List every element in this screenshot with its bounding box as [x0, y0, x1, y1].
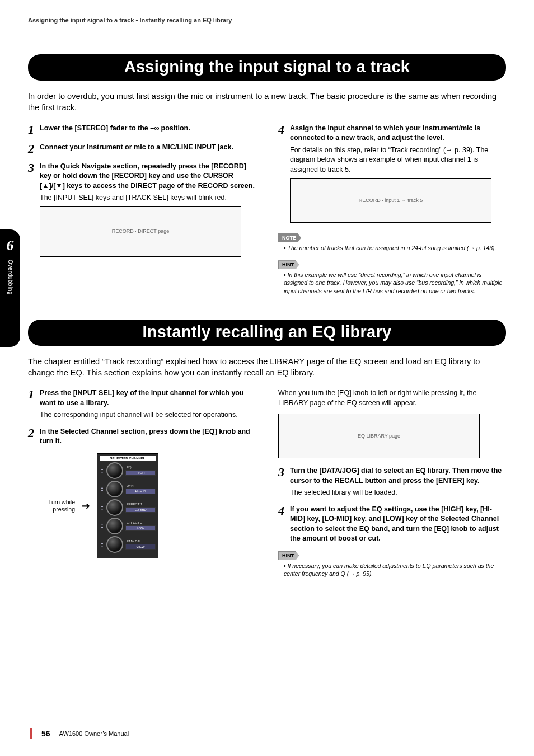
page-footer: 56 AW1600 Owner’s Manual — [30, 728, 129, 739]
step-number: 1 — [28, 124, 34, 136]
selected-channel-row: ▴▾DYNHI-MID — [100, 481, 156, 497]
record-screen-direct-page: RECORD · DIRECT page — [40, 206, 241, 257]
section2-step4: 4 If you want to adjust the EQ settings,… — [278, 505, 506, 544]
step-head: Lower the [STEREO] fader to the –∞ posit… — [40, 124, 190, 132]
chapter-number: 6 — [7, 237, 14, 254]
running-header: Assigning the input signal to a track • … — [28, 17, 506, 24]
section2-step2: 2 In the Selected Channel section, press… — [28, 427, 256, 447]
hint-text-pre: • If necessary, you can make detailed ad… — [284, 562, 494, 577]
arrow-right-icon: → — [446, 146, 453, 154]
eq-library-screen: EQ LIBRARY page — [278, 414, 480, 458]
step-head-pre: Lower the [STEREO] fader to the – — [40, 124, 154, 132]
knob-icon — [106, 518, 123, 534]
selected-channel-row: ▴▾PAN/ BALVIEW — [100, 536, 156, 553]
knob-label: DYN — [125, 484, 156, 487]
note-badge: NOTE — [278, 233, 301, 242]
step-number: 4 — [278, 124, 284, 227]
section1-step3: 3 In the Quick Navigate section, repeate… — [28, 162, 256, 260]
note-text-post: p. 143). — [475, 245, 496, 251]
band-button: VIEW — [125, 544, 156, 550]
selected-channel-row: ▴▾EFFECT 2LOW — [100, 518, 156, 534]
step-head-post: position. — [159, 124, 190, 132]
manual-title: AW1600 Owner’s Manual — [59, 730, 129, 737]
hint-text: • In this example we will use “direct re… — [278, 271, 506, 295]
section1-step4: 4 Assign the input channel to which your… — [278, 124, 506, 227]
band-button: LO-MID — [125, 507, 156, 513]
section1-step2: 2 Connect your instrument or mic to a MI… — [28, 143, 256, 155]
section1-intro: In order to overdub, you must first assi… — [28, 91, 506, 114]
section2-right-pretext: When you turn the [EQ] knob to left or r… — [278, 388, 506, 408]
knob-icon — [106, 536, 123, 553]
pointer-arrow-icon: ➔ — [82, 500, 90, 512]
hint-text: • If necessary, you can make detailed ad… — [278, 562, 506, 577]
section2-step3: 3 Turn the [DATA/JOG] dial to select an … — [278, 466, 506, 498]
step-head: In the Quick Navigate section, repeatedl… — [40, 162, 256, 191]
header-rule — [28, 26, 506, 26]
knob-icon — [106, 481, 123, 497]
arrow-right-icon: → — [349, 570, 354, 577]
knob-arrows-icon: ▴▾ — [100, 541, 104, 548]
section1-title: Assigning the input signal to a track — [28, 54, 506, 81]
band-button: HIGH — [125, 470, 156, 476]
note-text: • The number of tracks that can be assig… — [278, 244, 506, 252]
hint-text-post: p. 95). — [355, 570, 373, 577]
step-number: 3 — [28, 162, 34, 260]
chapter-side-tab: 6 Overdubbing — [0, 229, 20, 347]
infinity-symbol: ∞ — [154, 124, 159, 132]
footer-accent-bar — [30, 728, 32, 739]
knob-arrows-icon: ▴▾ — [100, 467, 104, 474]
section1-step1: 1 Lower the [STEREO] fader to the –∞ pos… — [28, 124, 256, 136]
selected-channel-row: ▴▾EFFECT 1LO-MID — [100, 499, 156, 516]
step-number: 2 — [28, 143, 34, 155]
selected-channel-title: SELECTED CHANNEL — [100, 456, 156, 461]
section2-title: Instantly recalling an EQ library — [28, 320, 506, 346]
step-head: If you want to adjust the EQ settings, u… — [290, 505, 506, 544]
knob-label: EFFECT 1 — [125, 503, 156, 506]
step-head: Connect your instrument or mic to a MIC/… — [40, 143, 233, 151]
hint-badge: HINT — [278, 260, 299, 269]
knob-label: PAN/ BAL — [125, 539, 156, 543]
step-number: 1 — [28, 388, 34, 420]
hint-block: HINT • In this example we will use “dire… — [278, 260, 506, 295]
knob-arrows-icon: ▴▾ — [100, 504, 104, 511]
step-number: 4 — [278, 505, 284, 544]
turn-pressing-caption: Turn while pressing — [41, 499, 75, 513]
note-text-pre: • The number of tracks that can be assig… — [284, 245, 469, 251]
step-number: 2 — [28, 427, 34, 447]
note-block: NOTE • The number of tracks that can be … — [278, 233, 506, 252]
knob-arrows-icon: ▴▾ — [100, 523, 104, 529]
section2-intro: The chapter entitled “Track recording” e… — [28, 356, 506, 379]
section2-step1: 1 Press the [INPUT SEL] key of the input… — [28, 388, 256, 420]
knob-icon — [106, 499, 123, 516]
knob-arrows-icon: ▴▾ — [100, 486, 104, 492]
chapter-title: Overdubbing — [7, 260, 13, 295]
step-text: The [INPUT SEL] keys and [TRACK SEL] key… — [40, 193, 256, 203]
step-head: Press the [INPUT SEL] key of the input c… — [40, 388, 256, 408]
knob-label: EQ — [125, 466, 156, 469]
selected-channel-row: ▴▾EQHIGH — [100, 462, 156, 479]
step-number: 3 — [278, 466, 284, 498]
step-text: The corresponding input channel will be … — [40, 410, 256, 420]
band-button: LOW — [125, 525, 156, 531]
knob-label: EFFECT 2 — [125, 521, 156, 524]
step-head: Assign the input channel to which your i… — [290, 124, 506, 143]
selected-channel-figure: Turn while pressing ➔ SELECTED CHANNEL ▴… — [41, 453, 256, 558]
step-text: For details on this step, refer to “Trac… — [290, 145, 506, 175]
band-button: HI-MID — [125, 489, 156, 494]
step-head: Turn the [DATA/JOG] dial to select an EQ… — [290, 466, 506, 486]
step-head: In the Selected Channel section, press d… — [40, 427, 256, 447]
knob-icon — [106, 462, 123, 479]
step-text: The selected library will be loaded. — [290, 488, 506, 498]
page-number: 56 — [41, 729, 50, 738]
hint-block: HINT • If necessary, you can make detail… — [278, 551, 506, 577]
record-screen-assigned: RECORD · input 1 → track 5 — [290, 178, 491, 223]
step-text-pre: For details on this step, refer to “Trac… — [290, 146, 446, 154]
arrow-right-icon: → — [469, 245, 475, 251]
selected-channel-panel: SELECTED CHANNEL ▴▾EQHIGH▴▾DYNHI-MID▴▾EF… — [97, 453, 158, 558]
hint-badge: HINT — [278, 551, 299, 560]
